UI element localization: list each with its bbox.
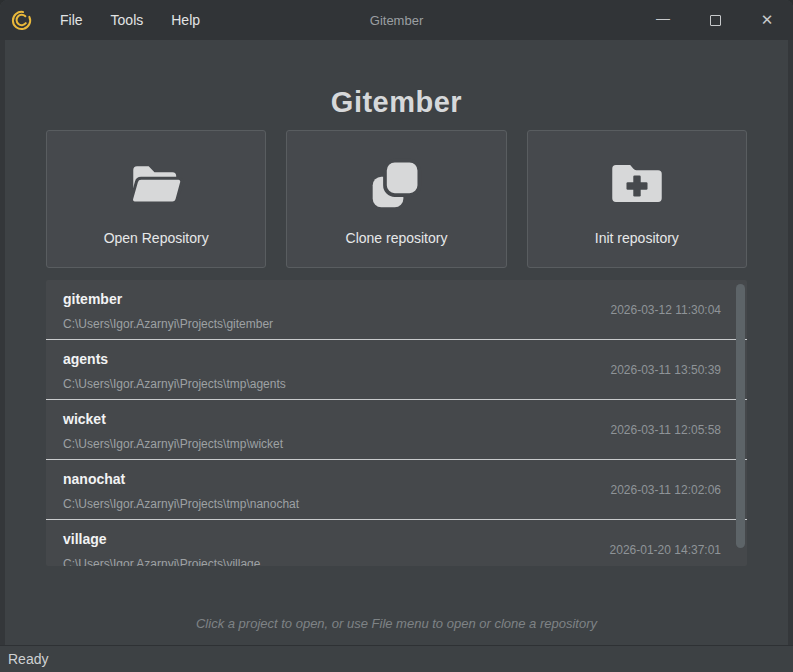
init-repository-button[interactable]: Init repository <box>527 130 747 268</box>
repo-list-item[interactable]: gitemberC:\Users\Igor.Azarnyi\Projects\g… <box>46 280 747 340</box>
app-window: File Tools Help Gitember — ✕ Gitember <box>0 0 793 672</box>
repo-path: C:\Users\Igor.Azarnyi\Projects\gitember <box>63 317 747 331</box>
repo-list: gitemberC:\Users\Igor.Azarnyi\Projects\g… <box>46 280 747 566</box>
footer-hint: Click a project to open, or use File men… <box>5 616 788 631</box>
minimize-button[interactable]: — <box>637 0 689 40</box>
folder-plus-icon <box>607 153 667 215</box>
open-repository-label: Open Repository <box>104 230 209 246</box>
repo-path: C:\Users\Igor.Azarnyi\Projects\tmp\agent… <box>63 377 747 391</box>
clone-repository-button[interactable]: Clone repository <box>286 130 506 268</box>
menu-help[interactable]: Help <box>157 0 214 40</box>
repo-timestamp: 2026-03-11 12:02:06 <box>610 483 721 497</box>
repo-timestamp: 2026-03-11 12:05:58 <box>610 423 721 437</box>
repo-list-item[interactable]: villageC:\Users\Igor.Azarnyi\Projects\vi… <box>46 520 747 566</box>
maximize-icon <box>710 15 721 26</box>
init-repository-label: Init repository <box>595 230 679 246</box>
repo-list-item[interactable]: nanochatC:\Users\Igor.Azarnyi\Projects\t… <box>46 460 747 520</box>
clone-repository-label: Clone repository <box>346 230 448 246</box>
open-repository-button[interactable]: Open Repository <box>46 130 266 268</box>
maximize-button[interactable] <box>689 0 741 40</box>
minimize-icon: — <box>656 10 670 26</box>
window-controls: — ✕ <box>637 0 793 40</box>
status-bar: Ready <box>0 645 793 672</box>
clone-icon <box>369 153 423 215</box>
scrollbar-thumb[interactable] <box>736 284 745 548</box>
status-text: Ready <box>8 651 48 667</box>
folder-open-icon <box>125 153 187 215</box>
close-icon: ✕ <box>761 11 774 29</box>
gitember-logo-icon <box>10 9 33 32</box>
page-title: Gitember <box>5 86 788 119</box>
repo-timestamp: 2026-03-12 11:30:04 <box>610 303 721 317</box>
menu-tools[interactable]: Tools <box>97 0 158 40</box>
repo-path: C:\Users\Igor.Azarnyi\Projects\village <box>63 557 747 566</box>
repo-list-item[interactable]: agentsC:\Users\Igor.Azarnyi\Projects\tmp… <box>46 340 747 400</box>
repo-list-item[interactable]: wicketC:\Users\Igor.Azarnyi\Projects\tmp… <box>46 400 747 460</box>
main-content: Gitember Open Repository <box>0 40 793 645</box>
repo-timestamp: 2026-01-20 14:37:01 <box>610 543 721 557</box>
repo-timestamp: 2026-03-11 13:50:39 <box>610 363 721 377</box>
repo-path: C:\Users\Igor.Azarnyi\Projects\tmp\nanoc… <box>63 497 747 511</box>
menu-file[interactable]: File <box>46 0 97 40</box>
titlebar: File Tools Help Gitember — ✕ <box>0 0 793 40</box>
repo-path: C:\Users\Igor.Azarnyi\Projects\tmp\wicke… <box>63 437 747 451</box>
action-tiles: Open Repository Clone repository <box>46 130 747 268</box>
close-button[interactable]: ✕ <box>741 0 793 40</box>
